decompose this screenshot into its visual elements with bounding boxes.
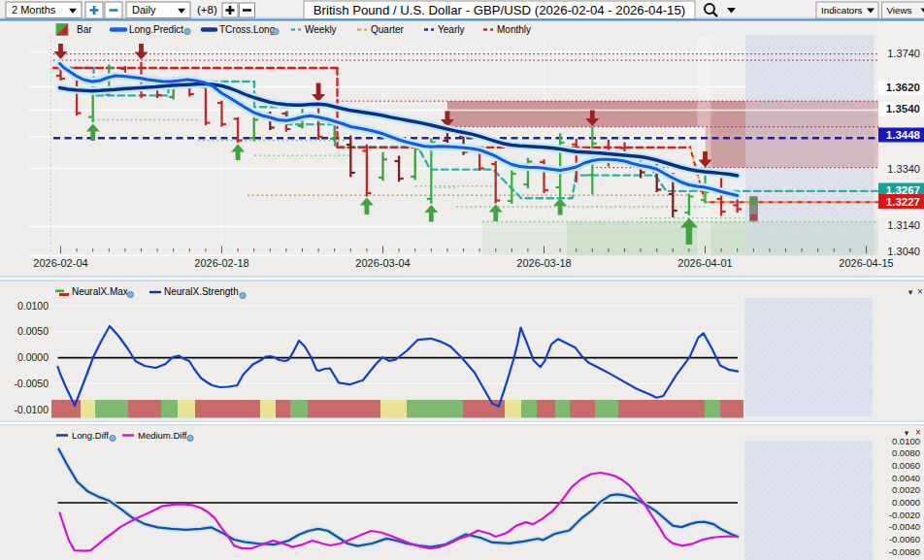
svg-text:Daily: Daily [132,4,156,16]
svg-text:1.3740: 1.3740 [887,48,920,59]
svg-text:Yearly: Yearly [438,24,464,35]
svg-text:British Pound / U.S. Dollar -: British Pound / U.S. Dollar - GBP/USD (2… [314,3,685,17]
svg-text:▾: ▾ [908,287,913,297]
svg-text:Bar: Bar [77,24,92,35]
svg-text:2 Months: 2 Months [12,4,56,16]
svg-text:Quarter: Quarter [371,24,405,35]
svg-text:1.3448: 1.3448 [886,129,921,141]
svg-text:(+8): (+8) [197,4,217,16]
svg-text:-0.0040: -0.0040 [889,521,920,532]
svg-text:1.3040: 1.3040 [887,246,920,257]
svg-text:0.0050: 0.0050 [17,325,49,337]
svg-text:Weekly: Weekly [305,24,337,35]
svg-text:1.3227: 1.3227 [886,196,920,208]
svg-text:NeuralX.Strength: NeuralX.Strength [164,286,239,297]
svg-text:Medium.Diff: Medium.Diff [138,430,187,441]
svg-text:2026-02-04: 2026-02-04 [33,257,87,269]
svg-text:NeuralX.Max: NeuralX.Max [72,286,128,297]
svg-text:Indicators: Indicators [821,5,863,16]
svg-text:Long.Diff: Long.Diff [72,430,109,441]
svg-text:2026-03-18: 2026-03-18 [516,257,571,269]
svg-text:-0.0080: -0.0080 [889,546,920,557]
svg-text:1.3620: 1.3620 [886,82,920,93]
svg-text:0.0100: 0.0100 [17,300,49,312]
svg-text:×: × [915,427,921,438]
svg-text:Monthly: Monthly [497,24,531,35]
svg-text:0.0080: 0.0080 [892,447,920,458]
svg-text:2026-02-18: 2026-02-18 [194,257,248,269]
svg-text:-0.0050: -0.0050 [14,378,49,389]
svg-text:-0.0020: -0.0020 [889,510,920,520]
svg-text:0.0000: 0.0000 [17,351,49,363]
svg-text:0.0040: 0.0040 [892,473,920,483]
svg-text:0.0060: 0.0060 [892,460,920,471]
svg-text:2026-04-01: 2026-04-01 [677,257,732,269]
svg-text:▾: ▾ [905,428,909,438]
svg-text:0.0020: 0.0020 [892,484,920,495]
svg-text:1.3140: 1.3140 [887,219,920,231]
svg-text:1.3540: 1.3540 [886,103,920,115]
svg-text:TCross.Long: TCross.Long [219,24,275,35]
svg-text:Long.Predict: Long.Predict [129,24,183,35]
svg-text:0.0000: 0.0000 [892,497,920,508]
svg-text:2026-03-04: 2026-03-04 [355,257,410,269]
svg-text:2026-04-15: 2026-04-15 [839,257,893,269]
svg-text:Views: Views [887,5,912,16]
svg-text:-0.0060: -0.0060 [889,534,920,544]
svg-text:1.3340: 1.3340 [887,163,920,175]
svg-text:×: × [917,286,923,297]
svg-text:-0.0100: -0.0100 [14,404,49,415]
